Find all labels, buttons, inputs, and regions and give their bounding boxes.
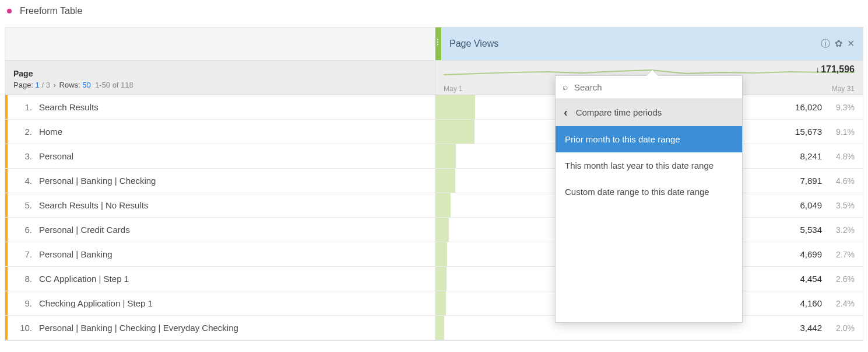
row-index: 9. [16,298,32,308]
row-value: 15,673 [795,127,822,137]
panel-dot-icon [7,9,12,13]
row-index: 4. [16,176,32,186]
row-value: 4,160 [800,298,822,308]
info-icon[interactable]: ⓘ [821,38,830,50]
row-bar [435,267,447,291]
breadcrumb-label: Compare time periods [576,107,662,117]
row-percent: 9.3% [830,103,855,112]
row-bar [435,218,449,242]
row-label: Checking Application | Step 1 [39,298,153,308]
pager-sep: / [41,81,44,89]
row-value: 8,241 [800,151,822,161]
row-index: 10. [16,323,32,333]
row-label: Search Results [39,102,99,112]
dimension-name: Page [13,69,427,78]
search-input[interactable] [574,82,735,92]
pager: Page: 1 / 3 › Rows: 50 1-50 of 118 [13,81,427,89]
row-label: Personal | Banking | Checking | Everyday… [39,323,238,333]
row-value: 5,534 [800,225,822,235]
column-resize-handle[interactable] [435,27,441,60]
row-label: Search Results | No Results [39,200,148,210]
search-icon: ⌕ [563,82,568,92]
row-percent: 9.1% [830,127,855,137]
pager-current[interactable]: 1 [36,81,40,89]
popover-item[interactable]: This month last year to this date range [556,152,742,179]
row-label-cell: 5.Search Results | No Results [5,193,435,217]
row-label-cell: 9.Checking Application | Step 1 [5,291,435,315]
row-label: CC Application | Step 1 [39,274,129,284]
row-index: 1. [16,102,32,112]
header-left-spacer [5,27,435,60]
row-label: Personal | Banking | Checking [39,176,156,186]
gear-icon[interactable]: ✿ [835,38,842,50]
close-icon[interactable]: ✕ [847,38,855,50]
row-label: Personal [39,151,73,161]
row-label: Personal | Credit Cards [39,225,130,235]
chevron-right-icon[interactable]: › [54,81,56,89]
row-bar [435,144,456,168]
chevron-left-icon: ‹ [564,106,568,119]
panel-title-text: Freeform Table [20,6,82,16]
row-label-cell: 8.CC Application | Step 1 [5,267,435,291]
row-index: 7. [16,249,32,259]
row-label-cell: 10.Personal | Banking | Checking | Every… [5,316,435,340]
compare-time-popover: ⌕ ‹ Compare time periods Prior month to … [555,75,743,323]
row-value: 7,891 [800,176,822,186]
row-percent: 4.6% [830,176,855,186]
rows-label: Rows: [59,81,80,89]
row-bar [435,193,451,217]
row-value: 6,049 [800,200,822,210]
row-bar [435,291,446,315]
row-value: 4,699 [800,249,822,259]
row-label-cell: 6.Personal | Credit Cards [5,218,435,242]
popover-search[interactable]: ⌕ [556,76,742,99]
rows-range: 1-50 of 118 [95,81,133,89]
table-header-metric-row: Page Views ⓘ ✿ ✕ [5,27,863,60]
sort-desc-icon[interactable]: ↓ [816,65,820,74]
metric-name: Page Views [449,39,498,49]
axis-end: May 31 [832,85,855,93]
popover-item[interactable]: Custom date range to this date range [556,179,742,205]
row-label: Home [39,127,62,137]
row-label-cell: 3.Personal [5,144,435,168]
pager-total: 3 [46,81,50,89]
row-index: 3. [16,151,32,161]
row-index: 2. [16,127,32,137]
row-label-cell: 2.Home [5,120,435,144]
metric-header[interactable]: Page Views ⓘ ✿ ✕ [441,27,863,60]
row-percent: 3.2% [830,225,855,235]
axis-start: May 1 [444,85,463,93]
rows-value[interactable]: 50 [82,81,90,89]
popover-item[interactable]: Prior month to this date range [556,126,742,152]
row-value: 16,020 [795,102,822,112]
row-label-cell: 7.Personal | Banking [5,242,435,266]
row-label: Personal | Banking [39,249,113,259]
panel-title: Freeform Table [0,0,868,27]
row-percent: 2.6% [830,274,855,284]
row-percent: 4.8% [830,152,855,161]
row-bar [435,120,475,144]
row-index: 8. [16,274,32,284]
pager-page-label: Page: [13,81,33,89]
row-percent: 2.0% [830,323,855,333]
row-bar [435,242,447,266]
row-value: 4,454 [800,274,822,284]
popover-breadcrumb[interactable]: ‹ Compare time periods [556,99,742,126]
dimension-header[interactable]: Page Page: 1 / 3 › Rows: 50 1-50 of 118 [5,61,435,95]
row-label-cell: 4.Personal | Banking | Checking [5,169,435,193]
row-value: 3,442 [800,323,822,333]
row-bar [435,95,475,119]
row-label-cell: 1.Search Results [5,95,435,119]
row-percent: 2.4% [830,299,855,308]
row-index: 5. [16,200,32,210]
metric-total: 171,596 [821,64,855,75]
row-percent: 3.5% [830,201,855,210]
row-bar [435,316,444,340]
row-bar [435,169,455,193]
row-percent: 2.7% [830,250,855,259]
row-index: 6. [16,225,32,235]
popover-items: Prior month to this date rangeThis month… [556,126,742,205]
